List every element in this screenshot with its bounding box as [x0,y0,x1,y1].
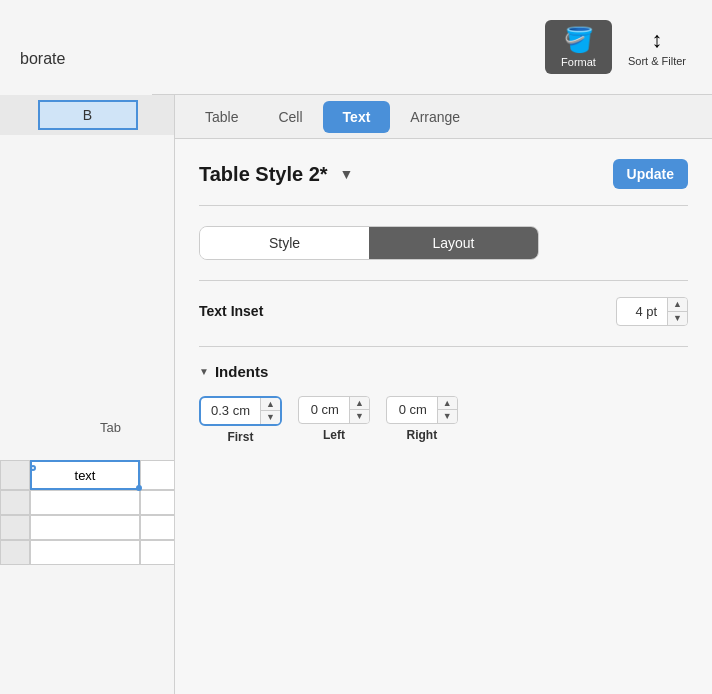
right-indent-up[interactable]: ▲ [438,397,457,411]
dropdown-arrow-icon[interactable]: ▼ [340,166,354,182]
text-inset-spinner: 4 pt ▲ ▼ [616,297,688,326]
cell-3-1 [30,515,140,540]
content-area: Table Style 2* ▼ Update Style Layout Tex… [175,139,712,694]
layout-toggle-btn[interactable]: Layout [369,227,538,259]
cell-4-1 [30,540,140,565]
tab-table[interactable]: Table [185,101,258,133]
toolbar: 🪣 Format ↕ Sort & Filter [152,0,712,95]
text-inset-up[interactable]: ▲ [668,298,687,312]
tab-label: Tab [100,420,121,435]
sort-icon: ↕ [651,27,662,53]
cell-b-label: B [38,100,138,130]
indents-fields: 0.3 cm ▲ ▼ First 0 cm ▲ ▼ Left 0 cm [199,396,688,445]
first-indent-value: 0.3 cm [201,398,260,423]
text-inset-value: 4 pt [617,299,667,324]
first-indent-label: First [227,430,253,444]
left-indent-value: 0 cm [299,397,349,422]
tab-arrange[interactable]: Arrange [390,101,480,133]
sort-filter-button[interactable]: ↕ Sort & Filter [612,21,702,73]
indents-header: ▼ Indents [199,363,688,380]
grid-row-2 [0,490,175,515]
left-panel: borate B Tab text [0,0,175,694]
tab-text[interactable]: Text [323,101,391,133]
indent-left: 0 cm ▲ ▼ Left [298,396,370,443]
grid-row-3 [0,515,175,540]
cell-3-2 [140,515,175,540]
right-indent-down[interactable]: ▼ [438,410,457,423]
indents-title: Indents [215,363,268,380]
first-indent-spinner-btns: ▲ ▼ [260,398,280,425]
cell-2-1 [30,490,140,515]
style-name: Table Style 2* ▼ [199,163,353,186]
left-indent-label: Left [323,428,345,442]
style-toggle-btn[interactable]: Style [200,227,369,259]
cell-text: text [75,468,96,483]
indents-triangle-icon[interactable]: ▼ [199,366,209,377]
right-indent-label: Right [406,428,437,442]
right-indent-spinner: 0 cm ▲ ▼ [386,396,458,425]
grid-row-1: text [0,460,175,490]
resize-handle-tl[interactable] [30,465,36,471]
format-icon: 🪣 [564,26,594,54]
tab-cell[interactable]: Cell [258,101,322,133]
right-indent-value: 0 cm [387,397,437,422]
text-inset-down[interactable]: ▼ [668,312,687,325]
update-button[interactable]: Update [613,159,688,189]
first-indent-up[interactable]: ▲ [261,398,280,412]
grid-area: text [0,460,175,565]
row-header [0,460,30,490]
grid-row-4 [0,540,175,565]
text-inset-row: Text Inset 4 pt ▲ ▼ [199,297,688,326]
left-indent-down[interactable]: ▼ [350,410,369,423]
collab-label: borate [0,50,65,68]
text-inset-label: Text Inset [199,303,263,319]
format-label: Format [561,56,596,68]
resize-handle-br[interactable] [136,485,142,491]
cell-header-area: B [0,95,175,135]
sort-filter-label: Sort & Filter [628,55,686,67]
style-row: Table Style 2* ▼ Update [199,159,688,206]
indent-first: 0.3 cm ▲ ▼ First [199,396,282,445]
style-layout-toggle: Style Layout [199,226,539,260]
left-indent-spinner: 0 cm ▲ ▼ [298,396,370,425]
cell-4-2 [140,540,175,565]
tabs-row: Table Cell Text Arrange [175,95,712,139]
selected-cell[interactable]: text [30,460,140,490]
first-indent-spinner: 0.3 cm ▲ ▼ [199,396,282,427]
format-button[interactable]: 🪣 Format [545,20,612,74]
cell-2-2 [140,490,175,515]
row-header-4 [0,540,30,565]
divider-1 [199,280,688,281]
row-header-3 [0,515,30,540]
indent-right: 0 cm ▲ ▼ Right [386,396,458,443]
row-header-2 [0,490,30,515]
style-name-text: Table Style 2* [199,163,328,186]
divider-2 [199,346,688,347]
first-indent-down[interactable]: ▼ [261,411,280,424]
left-indent-up[interactable]: ▲ [350,397,369,411]
text-inset-spinner-btns: ▲ ▼ [667,298,687,325]
cell-empty-1 [140,460,175,490]
left-indent-spinner-btns: ▲ ▼ [349,397,369,424]
right-indent-spinner-btns: ▲ ▼ [437,397,457,424]
